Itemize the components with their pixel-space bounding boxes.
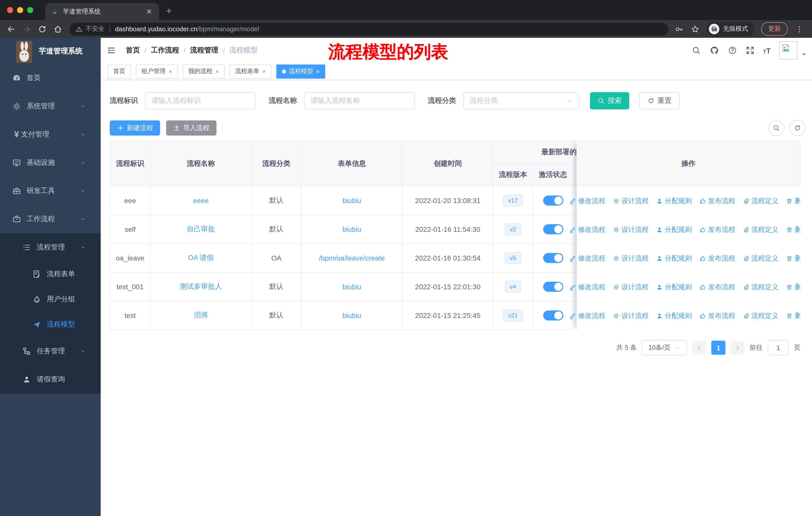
sidebar-logo[interactable]: 芋道管理系统	[0, 38, 101, 64]
chrome-update-button[interactable]: 更新	[761, 22, 788, 36]
github-icon[interactable]	[709, 45, 719, 55]
breadcrumb-item[interactable]: 流程管理	[190, 46, 219, 55]
tab-close-icon[interactable]: ✕	[144, 7, 154, 16]
process-name-link[interactable]: OA 请假	[188, 253, 214, 263]
action-clip[interactable]: 流程定义	[742, 282, 779, 292]
forward-icon[interactable]	[22, 24, 31, 33]
action-gearsm[interactable]: 设计流程	[612, 225, 649, 234]
action-user[interactable]: 分配规则	[656, 225, 692, 234]
sidebar-item-10[interactable]: 任务管理	[0, 337, 101, 365]
action-gearsm[interactable]: 设计流程	[612, 311, 649, 320]
sidebar-item-8[interactable]: 用户分组	[0, 287, 101, 312]
form-info-link[interactable]: biubiu	[343, 225, 361, 233]
active-toggle[interactable]	[543, 253, 563, 263]
sidebar-item-7[interactable]: 流程表单	[0, 262, 101, 287]
form-info-link[interactable]: /bpm/oa/leave/create	[319, 254, 385, 262]
macos-zoom-button[interactable]	[27, 7, 33, 13]
browser-menu-kebab-icon[interactable]	[795, 24, 804, 33]
sidebar-item-11[interactable]: 请假查询	[0, 365, 101, 393]
fullscreen-icon[interactable]	[745, 46, 754, 55]
tag-2[interactable]: 我的流程×	[183, 64, 225, 78]
action-trash[interactable]: 删除	[786, 196, 801, 205]
tag-close-icon[interactable]: ×	[215, 68, 219, 75]
active-toggle[interactable]	[543, 195, 563, 206]
action-clip[interactable]: 流程定义	[742, 311, 779, 320]
reset-button[interactable]: 重置	[639, 92, 679, 109]
active-toggle[interactable]	[543, 310, 563, 321]
action-trash[interactable]: 删除	[786, 254, 801, 263]
action-thumb[interactable]: 发布流程	[699, 225, 735, 234]
macos-close-button[interactable]	[7, 7, 13, 13]
key-icon[interactable]	[674, 24, 684, 33]
sidebar-item-2[interactable]: ¥支付管理	[0, 120, 101, 148]
import-process-button[interactable]: 导入流程	[166, 120, 216, 136]
action-pencil[interactable]: 修改流程	[569, 196, 605, 205]
tag-3[interactable]: 流程表单×	[230, 64, 271, 78]
action-thumb[interactable]: 发布流程	[699, 196, 735, 205]
search-button[interactable]: 搜索	[590, 92, 629, 109]
reload-icon[interactable]	[38, 24, 47, 33]
next-page-button[interactable]	[730, 341, 745, 355]
tag-close-icon[interactable]: ×	[262, 68, 266, 75]
action-gearsm[interactable]: 设计流程	[612, 254, 649, 263]
form-info-link[interactable]: biubiu	[343, 311, 361, 320]
page-size-select[interactable]: 10条/页	[642, 340, 687, 355]
tag-0[interactable]: 首页	[108, 64, 131, 78]
breadcrumb-item[interactable]: 工作流程	[151, 46, 179, 55]
action-gearsm[interactable]: 设计流程	[612, 196, 649, 205]
process-name-link[interactable]: 自己审批	[187, 225, 215, 234]
action-pencil[interactable]: 修改流程	[569, 225, 605, 234]
help-question-icon[interactable]	[728, 46, 737, 55]
back-icon[interactable]	[6, 24, 16, 33]
action-clip[interactable]: 流程定义	[742, 254, 779, 263]
action-thumb[interactable]: 发布流程	[699, 254, 735, 263]
category-select[interactable]: 流程分类	[463, 92, 579, 109]
action-pencil[interactable]: 修改流程	[569, 311, 605, 320]
bookmark-star-icon[interactable]	[691, 24, 700, 33]
active-toggle[interactable]	[543, 224, 563, 234]
sidebar-item-6[interactable]: 流程管理	[0, 233, 101, 262]
process-name-input[interactable]: 请输入流程名称	[304, 92, 415, 109]
sidebar-item-0[interactable]: 首页	[0, 64, 101, 92]
action-user[interactable]: 分配规则	[656, 196, 692, 205]
action-clip[interactable]: 流程定义	[742, 225, 779, 234]
avatar-caret-down-icon[interactable]	[801, 51, 807, 57]
action-user[interactable]: 分配规则	[656, 282, 692, 292]
process-name-link[interactable]: 滔博	[194, 311, 208, 320]
url-bar[interactable]: 不安全 dashboard.yudao.iocoder.cn/bpm/manag…	[69, 22, 669, 35]
action-trash[interactable]: 删除	[786, 311, 801, 320]
action-user[interactable]: 分配规则	[656, 311, 692, 320]
breadcrumb-item[interactable]: 首页	[126, 46, 140, 55]
form-info-link[interactable]: biubiu	[343, 283, 361, 291]
new-tab-button[interactable]: +	[166, 6, 172, 16]
goto-page-input[interactable]: 1	[768, 340, 789, 355]
user-avatar[interactable]	[779, 41, 798, 59]
process-name-link[interactable]: eeee	[193, 196, 209, 205]
sidebar-item-4[interactable]: 研发工具	[0, 177, 101, 205]
action-thumb[interactable]: 发布流程	[699, 311, 735, 320]
macos-minimize-button[interactable]	[17, 7, 23, 13]
sidebar-item-3[interactable]: 基础设施	[0, 148, 101, 177]
process-id-input[interactable]: 请输入流程标识	[145, 92, 256, 109]
action-user[interactable]: 分配规则	[656, 254, 692, 263]
browser-tab[interactable]: 芋道管理系统 ✕	[45, 3, 159, 20]
tag-4[interactable]: 流程模型×	[277, 64, 325, 78]
action-pencil[interactable]: 修改流程	[569, 282, 605, 292]
form-info-link[interactable]: biubiu	[343, 196, 361, 205]
action-gearsm[interactable]: 设计流程	[612, 282, 649, 292]
active-toggle[interactable]	[543, 282, 563, 292]
sidebar-item-5[interactable]: 工作流程	[0, 205, 101, 233]
refresh-table-button[interactable]	[789, 120, 806, 136]
home-icon[interactable]	[53, 24, 62, 33]
page-1-button[interactable]: 1	[711, 341, 725, 355]
process-name-link[interactable]: 测试多审批人	[180, 282, 222, 291]
tag-close-icon[interactable]: ×	[316, 68, 320, 75]
action-clip[interactable]: 流程定义	[742, 196, 779, 205]
font-size-icon[interactable]: TT	[763, 47, 771, 54]
prev-page-button[interactable]	[692, 341, 706, 355]
action-trash[interactable]: 删除	[786, 282, 801, 292]
action-trash[interactable]: 删除	[786, 225, 801, 234]
action-pencil[interactable]: 修改流程	[569, 254, 605, 263]
tag-close-icon[interactable]: ×	[169, 68, 172, 75]
sidebar-item-1[interactable]: 系统管理	[0, 92, 101, 120]
